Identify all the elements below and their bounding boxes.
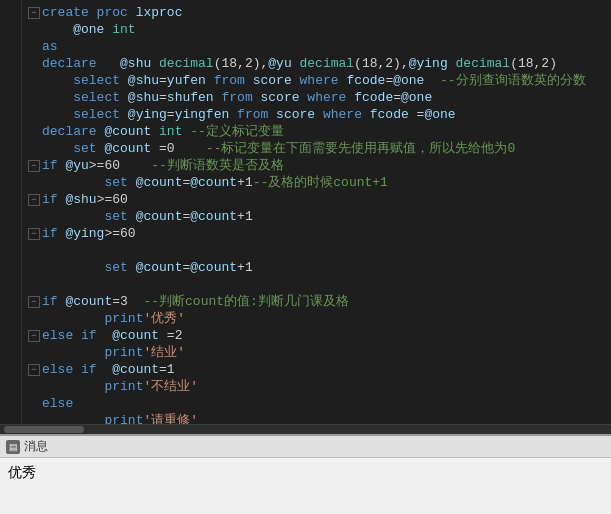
token-4-12: decimal [456,55,511,72]
code-line-22: −else if @count=1 [28,361,605,378]
token-16-3: @count [190,259,237,276]
token-11-5: --及格的时候count+1 [253,174,388,191]
token-14-0: if [42,225,65,242]
token-7-2: = [167,106,175,123]
token-5-2: = [159,72,167,89]
code-line-17 [28,276,605,293]
token-4-10: @ying [409,55,448,72]
indent-6 [42,89,73,106]
token-4-2: @shu [120,55,151,72]
code-line-23: print'不结业' [28,378,605,395]
token-6-2: = [159,89,167,106]
token-7-10 [362,106,370,123]
token-9-1: @count [104,140,151,157]
token-18-3: --判断count的值:判断几门课及格 [143,293,348,310]
token-4-6: @yu [268,55,291,72]
code-line-12: −if @shu>=60 [28,191,605,208]
code-content[interactable]: −create proc lxproc @one intasdeclare @s… [22,0,611,424]
token-7-9: where [323,106,362,123]
code-line-5: select @shu=yufen from score where fcode… [28,72,605,89]
indent-7 [42,106,73,123]
fold-icon-14[interactable]: − [28,228,40,240]
code-line-2: @one int [28,21,605,38]
token-1-1: lxproc [136,4,183,21]
token-5-13: @one [393,72,424,89]
token-16-4: +1 [237,259,253,276]
code-line-13: set @count=@count+1 [28,208,605,225]
token-22-1: @count [104,361,159,378]
fold-icon-10[interactable]: − [28,160,40,172]
token-7-13: @one [424,106,455,123]
token-6-12: = [393,89,401,106]
result-text: 优秀 [8,464,603,482]
token-1-0: create proc [42,4,136,21]
fold-icon-12[interactable]: − [28,194,40,206]
token-13-3: @count [190,208,237,225]
token-21-0: print [104,344,143,361]
token-6-9: where [307,89,346,106]
token-4-3 [151,55,159,72]
indent-25 [42,412,104,424]
code-line-14: −if @ying>=60 [28,225,605,242]
token-6-7: score [261,89,300,106]
token-8-4 [182,123,190,140]
fold-icon-22[interactable]: − [28,364,40,376]
horizontal-scrollbar[interactable] [0,424,611,434]
token-8-2 [151,123,159,140]
messages-tab[interactable]: ▤ 消息 [6,438,48,455]
token-16-1: @count [136,259,183,276]
code-line-10: −if @yu>=60 --判断语数英是否及格 [28,157,605,174]
token-10-1: @yu [65,157,88,174]
token-7-3: yingfen [175,106,230,123]
token-20-1: @count [104,327,159,344]
code-line-16: set @count=@count+1 [28,259,605,276]
code-line-8: declare @count int --定义标记变量 [28,123,605,140]
token-10-0: if [42,157,65,174]
token-12-1: @shu [65,191,96,208]
token-6-11: fcode [354,89,393,106]
token-10-3: --判断语数英是否及格 [151,157,284,174]
token-11-3: @count [190,174,237,191]
code-line-7: select @ying=yingfen from score where fc… [28,106,605,123]
token-23-0: print [104,378,143,395]
token-5-5: from [214,72,245,89]
token-4-1 [104,55,120,72]
token-5-14 [424,72,440,89]
scrollbar-thumb[interactable] [4,426,84,433]
token-4-5: (18,2), [214,55,269,72]
line-numbers [0,0,22,424]
fold-icon-1[interactable]: − [28,7,40,19]
token-7-1: @ying [128,106,167,123]
token-5-9: where [300,72,339,89]
code-scroll-area[interactable]: −create proc lxproc @one intasdeclare @s… [0,0,611,424]
token-13-2: = [182,208,190,225]
token-8-3: int [159,123,182,140]
token-13-1: @count [136,208,183,225]
token-20-0: else if [42,327,104,344]
token-18-0: if [42,293,65,310]
token-4-0: declare [42,55,104,72]
token-21-1: '结业' [143,344,185,361]
token-9-3: --标记变量在下面需要先使用再赋值，所以先给他为0 [206,140,515,157]
fold-icon-18[interactable]: − [28,296,40,308]
fold-icon-20[interactable]: − [28,330,40,342]
code-editor: −create proc lxproc @one intasdeclare @s… [0,0,611,434]
token-6-1: @shu [128,89,159,106]
code-line-21: print'结业' [28,344,605,361]
token-7-8 [315,106,323,123]
token-5-6 [245,72,253,89]
token-24-0: else [42,395,73,412]
token-19-1: '优秀' [143,310,185,327]
main-container: −create proc lxproc @one intasdeclare @s… [0,0,611,514]
token-4-7 [292,55,300,72]
token-5-1: @shu [128,72,159,89]
indent-19 [42,310,104,327]
token-16-0: set [104,259,135,276]
code-line-25: print'请重修' [28,412,605,424]
indent-16 [42,259,104,276]
token-8-0: declare [42,123,104,140]
code-line-20: −else if @count =2 [28,327,605,344]
token-6-4 [214,89,222,106]
token-5-10 [339,72,347,89]
code-line-9: set @count =0 --标记变量在下面需要先使用再赋值，所以先给他为0 [28,140,605,157]
